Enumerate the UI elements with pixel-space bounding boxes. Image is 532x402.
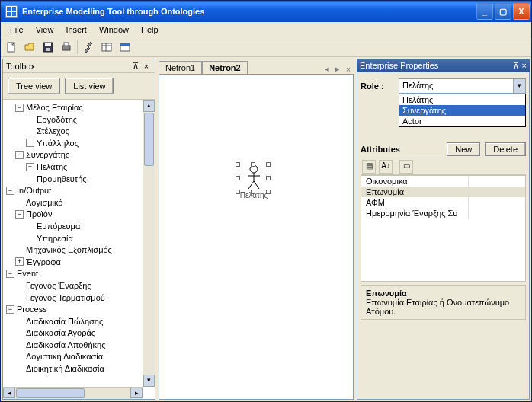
tree-node[interactable]: Εργοδότης [37,114,77,123]
titlebar: Enterprise Modelling Tool through Ontolo… [1,1,531,22]
role-option[interactable]: Πελάτης [399,94,525,105]
minimize-button[interactable]: _ [476,3,493,20]
tree-node[interactable]: Γεγονός Έναρξης [26,281,91,290]
tree-node[interactable]: Προμηθευτής [37,174,87,183]
grid-cell[interactable]: ΑΦΜ [361,197,468,208]
open-folder-icon[interactable] [22,40,37,55]
tab-netron1[interactable]: Netron1 [159,61,202,74]
tree-node[interactable]: Πελάτης [37,162,67,171]
window-icon[interactable] [117,40,133,55]
role-option[interactable]: Συνεργάτης [399,105,525,116]
scroll-thumb[interactable] [144,113,154,166]
tree-node[interactable]: In/Output [17,186,51,195]
svg-rect-5 [64,43,69,46]
tree-node[interactable]: Διοικητική Διαδικασία [26,364,104,373]
new-button[interactable]: New [447,142,480,156]
design-canvas[interactable]: Πελάτης [159,74,354,400]
tree-node[interactable]: Event [17,269,38,278]
toolbox-title: Toolbox [6,62,130,71]
tree-node[interactable]: Λογισμικό [26,197,62,206]
save-icon[interactable] [40,40,56,55]
svg-rect-6 [102,43,111,51]
collapse-icon[interactable]: − [6,305,14,314]
collapse-icon[interactable]: − [15,104,24,112]
menu-help[interactable]: Help [135,24,165,36]
menu-view[interactable]: View [30,24,60,36]
scroll-right-icon[interactable]: ▸ [130,388,143,398]
menubar: File View Insert Window Help [1,22,531,37]
list-view-button[interactable]: List view [65,78,114,94]
delete-button[interactable]: Delete [485,142,526,156]
tools-icon[interactable] [81,40,96,55]
role-dropdown-list: Πελάτης Συνεργάτης Actor [399,94,526,127]
tree-node[interactable]: Λογιστική Διαδικασία [26,352,103,361]
horizontal-scrollbar[interactable]: ◂ ▸ [3,387,143,399]
property-pages-icon[interactable]: ▭ [399,160,413,174]
tree-view[interactable]: −Μέλος Εταιρίας Εργοδότης Στέλεχος +Υπάλ… [3,100,143,387]
expand-icon[interactable]: + [26,163,34,171]
properties-panel: Enterprise Properties ⊼ × Role : Πελάτης… [357,59,530,400]
role-label: Role : [361,81,399,91]
tree-node[interactable]: Εμπόρευμα [37,222,80,231]
pin-icon[interactable]: ⊼ [130,61,141,71]
actor-shape[interactable]: Πελάτης [239,164,268,199]
vertical-scrollbar[interactable]: ▴ ▾ [143,100,155,387]
description-text: Επωνυμία Εταιρίας ή Ονοματεπώνυμο Ατόμου… [366,298,521,316]
collapse-icon[interactable]: − [6,187,14,195]
tree-node[interactable]: Υπάλληλος [37,138,79,147]
menu-insert[interactable]: Insert [59,24,93,36]
tree-node[interactable]: Process [17,305,47,314]
expand-icon[interactable]: + [26,139,34,147]
collapse-icon[interactable]: − [15,210,24,219]
chevron-down-icon[interactable]: ▾ [513,79,525,93]
expand-icon[interactable]: + [15,257,24,266]
tab-prev-icon[interactable]: ◂ [322,64,332,74]
role-option[interactable]: Actor [399,116,525,126]
tab-close-icon[interactable]: × [343,65,354,74]
properties-title: Enterprise Properties [360,61,513,70]
tree-node[interactable]: Μέλος Εταιρίας [26,103,83,112]
collapse-icon[interactable]: − [15,151,24,159]
menu-window[interactable]: Window [93,24,135,36]
role-selected[interactable]: Πελάτης [399,78,526,94]
new-file-icon[interactable] [4,40,19,55]
tree-view-button[interactable]: Tree view [8,78,60,94]
tab-netron2[interactable]: Netron2 [202,61,248,75]
svg-line-15 [254,181,259,189]
tab-next-icon[interactable]: ▸ [332,64,343,74]
tree-node[interactable]: Προϊόν [26,209,52,219]
grid-cell[interactable]: Επωνυμία [361,187,468,197]
print-icon[interactable] [59,40,74,55]
tree-node[interactable]: Διαδικασία Πώλησης [26,316,103,325]
tree-node[interactable]: Μηχανικός Εξοπλισμός [26,245,112,254]
grid-cell[interactable]: Οικονομικά [361,176,468,187]
collapse-icon[interactable]: − [6,270,14,278]
close-pane-icon[interactable]: × [141,62,152,71]
scroll-thumb[interactable] [16,388,85,398]
tree-node[interactable]: Υπηρεσία [37,233,73,242]
svg-line-14 [248,181,254,189]
sort-az-icon[interactable]: A↓ [379,160,393,174]
maximize-button[interactable]: ▢ [495,3,511,20]
description-title: Επωνυμία [366,289,521,298]
menu-file[interactable]: File [4,24,30,36]
scroll-down-icon[interactable]: ▾ [143,375,155,387]
property-grid[interactable]: Οικονομικά Επωνυμία ΑΦΜ Ημερομηνία Έναρξ… [361,175,526,282]
tree-node[interactable]: Συνεργάτης [26,150,69,159]
scroll-up-icon[interactable]: ▴ [143,100,155,112]
attributes-label: Attributes [361,145,442,154]
close-pane-icon[interactable]: × [522,61,527,70]
tree-node[interactable]: Διαδικασία Αγοράς [26,328,95,337]
pin-icon[interactable]: ⊼ [513,61,519,71]
tree-node[interactable]: Διαδικασία Αποθήκης [26,340,106,349]
categorized-icon[interactable]: ▤ [362,160,376,174]
svg-rect-3 [46,48,50,51]
role-dropdown[interactable]: Πελάτης ▾ Πελάτης Συνεργάτης Actor [399,78,526,94]
tree-node[interactable]: Έγγραφα [26,257,61,266]
tree-node[interactable]: Γεγονός Τερματισμού [26,292,105,302]
close-button[interactable]: X [513,3,530,20]
tree-node[interactable]: Στέλεχος [37,126,69,136]
scroll-left-icon[interactable]: ◂ [3,388,15,398]
grid-cell[interactable]: Ημερομηνία Έναρξης Συ [361,208,468,219]
properties-icon[interactable] [99,40,114,55]
